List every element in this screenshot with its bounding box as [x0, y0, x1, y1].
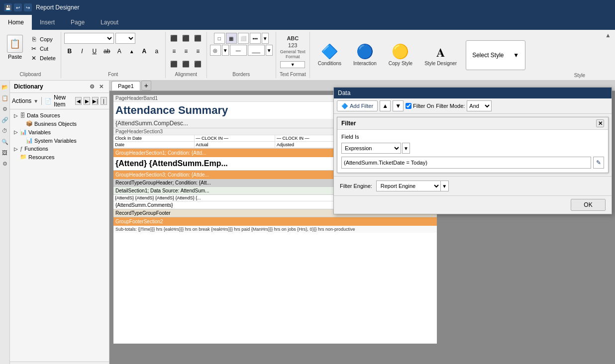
new-item-label: New Item [54, 94, 73, 108]
footer-text: Sub-totals: {jTime}}} hrs {eakHrs}}} hrs… [113, 226, 437, 233]
line-color-btn[interactable]: — [230, 45, 247, 56]
num-label: 123 [288, 42, 297, 48]
resources-icon: 📁 [20, 154, 27, 160]
ok-button[interactable]: OK [571, 199, 606, 211]
tab-insert[interactable]: Insert [32, 15, 63, 30]
bold-button[interactable]: B [64, 46, 75, 57]
expression-type-select[interactable]: Expression [341, 143, 401, 154]
panel-prev-btn[interactable]: ◀ [75, 97, 82, 105]
data-panel[interactable]: Data 🔷 Add Filter ▲ ▼ Filter On Filter M… [333, 87, 612, 214]
copy-style-button[interactable]: 🟡 Copy Style [385, 41, 416, 69]
align-top-right[interactable]: ⬛ [193, 33, 204, 44]
filter-engine-select[interactable]: Report Engine [376, 181, 441, 191]
text-format-expand[interactable]: ▼ [280, 61, 305, 68]
sidebar-icon-1[interactable]: 📂 [0, 83, 9, 91]
redo-icon[interactable]: ↪ [24, 3, 32, 11]
cut-label: Cut [40, 46, 48, 52]
panel-end-btn[interactable]: ▶| [92, 97, 99, 105]
underline-button[interactable]: U [89, 46, 100, 57]
data-sources-icon: 🗄 [20, 112, 25, 118]
tab-home[interactable]: Home [0, 15, 32, 30]
filter-on-checkbox-label[interactable]: Filter On [406, 103, 434, 109]
filter-expression-row: ✎ [341, 157, 604, 169]
tab-page[interactable]: Page [63, 15, 93, 30]
fill-arrow-btn[interactable]: ▼ [222, 45, 229, 56]
filter-close-button[interactable]: ✕ [596, 119, 604, 127]
align-top-left[interactable]: ⬛ [169, 33, 180, 44]
font-color-button[interactable]: A [114, 46, 125, 57]
tree-functions[interactable]: ▷ ƒ Functions [12, 145, 107, 153]
paste-button[interactable]: 📋 Paste [3, 33, 27, 62]
save-icon[interactable]: 💾 [4, 3, 12, 11]
filter-down-btn[interactable]: ▼ [393, 100, 404, 111]
panel-close-icon[interactable]: ✕ [97, 83, 105, 91]
tree-system-variables[interactable]: 📊 System Variables [18, 136, 107, 145]
dialog-footer: OK [334, 195, 612, 214]
align-center[interactable]: ≡ [181, 46, 192, 57]
increase-font-button[interactable]: A [139, 46, 150, 57]
sidebar-icon-3[interactable]: ⚙ [0, 104, 9, 113]
ribbon-collapse-btn[interactable]: ▲ [605, 32, 613, 40]
filter-mode-select[interactable]: And [467, 100, 492, 111]
filter-up-btn[interactable]: ▲ [380, 100, 391, 111]
sidebar-icon-7[interactable]: 🖼 [0, 148, 9, 157]
select-style-button[interactable]: Select Style ▼ [466, 40, 525, 70]
filter-edit-button[interactable]: ✎ [593, 157, 604, 169]
add-filter-label: Add Filter [350, 103, 373, 109]
filter-expression-input[interactable] [341, 157, 591, 169]
border-more-btn[interactable]: ▪▪▪ [250, 33, 261, 44]
sidebar-icon-5[interactable]: ⏱ [0, 126, 9, 135]
interaction-button[interactable]: 🔵 Interaction [349, 41, 381, 69]
col-clock-in-date: Clock In Date [113, 135, 195, 141]
border-none-btn[interactable]: ⬜ [238, 33, 249, 44]
tab-layout[interactable]: Layout [93, 15, 126, 30]
fill-color-btn[interactable]: ◎ [210, 45, 221, 56]
panel-settings-icon[interactable]: ⚙ [88, 83, 96, 91]
cut-button[interactable]: ✂ Cut [28, 44, 58, 53]
align-bottom-left[interactable]: ⬛ [169, 59, 180, 70]
font-name-select[interactable] [64, 33, 114, 44]
align-top-center[interactable]: ⬛ [181, 33, 192, 44]
copy-button[interactable]: ⎘ Copy [28, 35, 58, 44]
align-bottom-center[interactable]: ⬛ [181, 59, 192, 70]
expand-data-sources[interactable]: ▷ [14, 113, 20, 118]
line-style-btn[interactable]: ___ [248, 45, 265, 56]
font-size-select[interactable] [115, 33, 135, 44]
border-all-btn[interactable]: ▦ [226, 33, 237, 44]
panel-title: Dictionary [14, 83, 43, 90]
expand-functions[interactable]: ▷ [14, 146, 20, 152]
align-right[interactable]: ≡ [193, 46, 204, 57]
undo-icon[interactable]: ↩ [14, 3, 22, 11]
strikethrough-button[interactable]: ab [102, 46, 112, 57]
tree-data-sources[interactable]: ▷ 🗄 Data Sources [12, 111, 107, 119]
border-outer-btn[interactable]: □ [214, 33, 225, 44]
filter-on-checkbox[interactable] [406, 103, 411, 109]
panel-add-btn[interactable]: | [101, 97, 107, 105]
tree-resources[interactable]: 📁 Resources [12, 153, 107, 161]
sidebar-icon-4[interactable]: 🔗 [0, 115, 9, 124]
tree-business-objects[interactable]: 📦 Business Objects [18, 119, 107, 128]
expression-select-arrow[interactable]: ▼ [402, 143, 410, 154]
tree-variables[interactable]: ▷ 📊 Variables [12, 128, 107, 136]
paste-label: Paste [8, 54, 22, 60]
sidebar-icon-8[interactable]: ⚙ [0, 159, 9, 168]
canvas-tab-page1[interactable]: Page1 [111, 81, 140, 91]
border-expand-btn[interactable]: ▼ [262, 33, 269, 44]
line-expand2-btn[interactable]: ▼ [266, 45, 273, 56]
conditions-button[interactable]: 🔷 Conditions [314, 41, 345, 69]
add-filter-button[interactable]: 🔷 Add Filter [337, 100, 378, 111]
sidebar-icon-6[interactable]: 🔍 [0, 137, 9, 146]
filter-engine-arrow[interactable]: ▼ [441, 181, 449, 191]
expand-variables[interactable]: ▷ [14, 129, 20, 135]
align-bottom-right[interactable]: ⬛ [193, 59, 204, 70]
sidebar-icon-2[interactable]: 📋 [0, 93, 9, 102]
conditions-icon: 🔷 [321, 43, 338, 60]
style-designer-button[interactable]: 𝐀 Style Designer [420, 44, 461, 69]
canvas-add-tab-btn[interactable]: + [141, 81, 151, 91]
delete-button[interactable]: ✕ Delete [28, 54, 58, 63]
panel-next-btn[interactable]: ▶ [84, 97, 90, 105]
highlight-button[interactable]: ▲ [126, 46, 137, 57]
align-left[interactable]: ≡ [169, 46, 180, 57]
decrease-font-button[interactable]: a [151, 46, 162, 57]
italic-button[interactable]: I [77, 46, 88, 57]
